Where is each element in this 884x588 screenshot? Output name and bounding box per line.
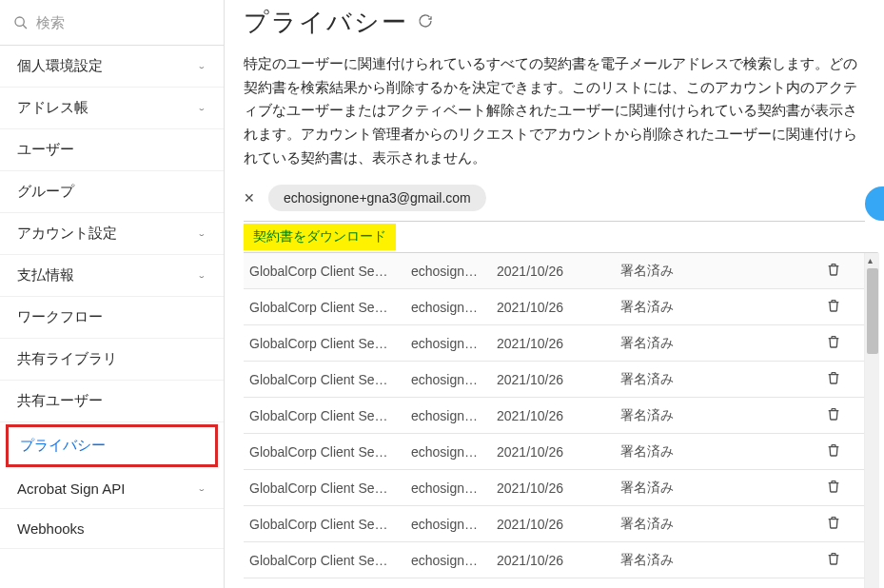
cell-name: GlobalCorp Client Se…	[249, 480, 411, 496]
filter-row: ✕ echosignone+gna3@gmail.com	[244, 185, 865, 222]
agreements-table: ▴ GlobalCorp Client Se…echosign…2021/10/…	[244, 252, 878, 588]
page-title: プライバシー	[244, 6, 408, 39]
cell-email: echosign…	[411, 264, 497, 279]
table-row[interactable]: GlobalCorp Client Se…echosign…2021/10/26…	[244, 253, 864, 289]
chevron-down-icon: ⌄	[197, 62, 206, 69]
cell-name: GlobalCorp Client Se…	[249, 300, 411, 315]
table-row[interactable]: GlobalCorp Client Se…echosign…2021/10/26…	[244, 362, 864, 398]
clear-filter-icon[interactable]: ✕	[244, 190, 255, 206]
nav-list: 個人環境設定 ⌄ アドレス帳 ⌄ ユーザー グループ アカウント設定 ⌄ 支払情…	[0, 46, 224, 422]
sidebar-item-label: プライバシー	[20, 437, 106, 453]
sidebar-item-users[interactable]: ユーザー	[0, 129, 224, 171]
cell-date: 2021/10/26	[497, 480, 620, 496]
delete-icon[interactable]	[826, 406, 841, 421]
chevron-down-icon: ⌄	[197, 484, 206, 492]
cell-status: 署名済み	[620, 516, 792, 533]
sidebar-item-acrobat-sign-api[interactable]: Acrobat Sign API ⌄	[0, 469, 224, 509]
sidebar-item-label: アドレス帳	[17, 99, 88, 117]
cell-name: GlobalCorp Client Se…	[249, 444, 411, 460]
table-row[interactable]: GlobalCorp Client Se…echosign…2021/10/26…	[244, 289, 864, 325]
sidebar-item-label: 共有ユーザー	[17, 392, 103, 410]
cell-date: 2021/10/26	[497, 553, 620, 568]
table-row[interactable]: GlobalCorp Client Se…echosign…2021/10/26…	[244, 434, 864, 470]
delete-icon[interactable]	[826, 334, 841, 349]
delete-icon[interactable]	[826, 370, 841, 385]
delete-icon[interactable]	[826, 515, 841, 530]
sidebar-item-label: 個人環境設定	[17, 57, 103, 75]
cell-date: 2021/10/26	[497, 372, 620, 387]
refresh-icon[interactable]	[418, 13, 433, 31]
cell-status: 署名済み	[620, 407, 792, 424]
cell-email: echosign…	[411, 553, 497, 568]
sidebar-item-privacy[interactable]: プライバシー	[6, 424, 218, 467]
sidebar-item-webhooks[interactable]: Webhooks	[0, 509, 224, 549]
cell-email: echosign…	[411, 444, 497, 460]
cell-name: GlobalCorp Client Se…	[249, 408, 411, 423]
delete-icon[interactable]	[826, 442, 841, 458]
table-row[interactable]: GlobalCorp Client Se…echosign…2021/10/26…	[244, 398, 864, 434]
cell-name: GlobalCorp Client Se…	[249, 553, 411, 568]
table-row[interactable]: GlobalCorp Client Se…echosign…2021/10/26…	[244, 578, 864, 588]
cell-email: echosign…	[411, 480, 497, 496]
sidebar-item-label: ワークフロー	[17, 308, 103, 326]
sidebar-item-shared-library[interactable]: 共有ライブラリ	[0, 339, 224, 381]
cell-date: 2021/10/26	[497, 264, 620, 279]
chevron-down-icon: ⌄	[197, 104, 206, 111]
email-chip[interactable]: echosignone+gna3@gmail.com	[268, 185, 486, 211]
cell-status: 署名済み	[620, 552, 792, 569]
cell-status: 署名済み	[620, 299, 792, 316]
search-input[interactable]	[36, 14, 210, 30]
scroll-up-icon[interactable]: ▴	[868, 255, 873, 265]
table-row[interactable]: GlobalCorp Client Se…echosign…2021/10/26…	[244, 542, 864, 578]
cell-status: 署名済み	[620, 263, 792, 280]
cell-email: echosign…	[411, 336, 497, 351]
sidebar-item-label: ユーザー	[17, 141, 74, 159]
cell-status: 署名済み	[620, 371, 792, 388]
sidebar-item-groups[interactable]: グループ	[0, 171, 224, 213]
table-row[interactable]: GlobalCorp Client Se…echosign…2021/10/26…	[244, 325, 864, 362]
delete-icon[interactable]	[826, 479, 841, 494]
cell-name: GlobalCorp Client Se…	[249, 264, 411, 279]
sidebar-item-label: 支払情報	[17, 266, 74, 284]
sidebar: 個人環境設定 ⌄ アドレス帳 ⌄ ユーザー グループ アカウント設定 ⌄ 支払情…	[0, 0, 225, 588]
chevron-down-icon: ⌄	[197, 229, 206, 237]
sidebar-item-addressbook[interactable]: アドレス帳 ⌄	[0, 88, 224, 129]
svg-point-0	[15, 17, 24, 26]
main-content: プライバシー 特定のユーザーに関連付けられているすべての契約書を電子メールアドレ…	[225, 0, 884, 588]
help-bubble-icon[interactable]	[865, 186, 884, 221]
cell-email: echosign…	[411, 300, 497, 315]
scrollbar[interactable]: ▴	[864, 253, 879, 588]
delete-icon[interactable]	[826, 551, 841, 566]
cell-email: echosign…	[411, 517, 497, 532]
sidebar-item-workflow[interactable]: ワークフロー	[0, 297, 224, 339]
sidebar-item-shared-user[interactable]: 共有ユーザー	[0, 381, 224, 422]
nav-list-after: Acrobat Sign API ⌄ Webhooks	[0, 469, 224, 549]
search-icon	[13, 14, 29, 31]
cell-email: echosign…	[411, 408, 497, 423]
table-row[interactable]: GlobalCorp Client Se…echosign…2021/10/26…	[244, 470, 864, 506]
cell-date: 2021/10/26	[497, 336, 620, 351]
cell-date: 2021/10/26	[497, 408, 620, 423]
svg-line-1	[23, 24, 27, 28]
scrollbar-thumb[interactable]	[867, 268, 878, 354]
search-box	[0, 0, 224, 46]
download-agreements-link[interactable]: 契約書をダウンロード	[244, 224, 396, 250]
cell-status: 署名済み	[620, 480, 792, 497]
cell-email: echosign…	[411, 372, 497, 387]
sidebar-item-account-settings[interactable]: アカウント設定 ⌄	[0, 213, 224, 255]
delete-icon[interactable]	[826, 298, 841, 313]
cell-date: 2021/10/26	[497, 300, 620, 315]
sidebar-item-payment[interactable]: 支払情報 ⌄	[0, 255, 224, 297]
sidebar-item-personal-settings[interactable]: 個人環境設定 ⌄	[0, 46, 224, 88]
cell-name: GlobalCorp Client Se…	[249, 336, 411, 351]
cell-status: 署名済み	[620, 443, 792, 461]
table-row[interactable]: GlobalCorp Client Se…echosign…2021/10/26…	[244, 506, 864, 542]
page-description: 特定のユーザーに関連付けられているすべての契約書を電子メールアドレスで検索します…	[244, 52, 884, 169]
cell-name: GlobalCorp Client Se…	[249, 517, 411, 532]
cell-date: 2021/10/26	[497, 517, 620, 532]
sidebar-item-label: アカウント設定	[17, 225, 117, 243]
delete-icon[interactable]	[826, 262, 841, 277]
cell-status: 署名済み	[620, 335, 792, 352]
sidebar-item-label: グループ	[17, 183, 74, 201]
sidebar-item-label: Acrobat Sign API	[17, 480, 125, 497]
